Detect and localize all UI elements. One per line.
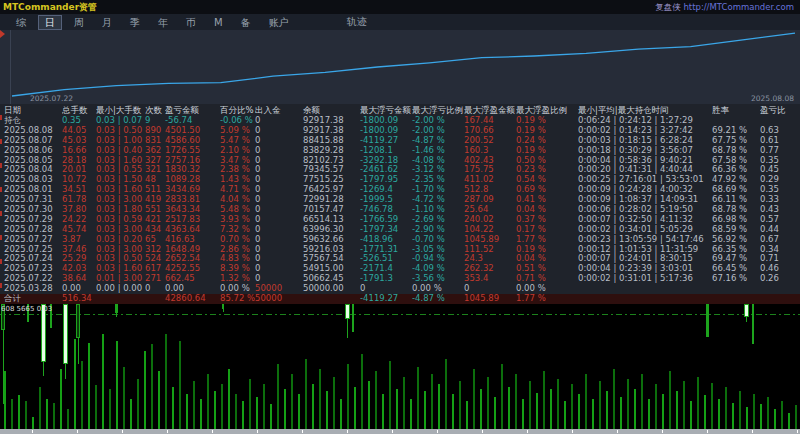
column-header[interactable]: 余额 (303, 104, 360, 116)
brand-url[interactable]: http://MTCommander.com (683, 2, 794, 12)
table-row[interactable]: 2025.08.0310.720.03 | 1.50481089.281.43 … (0, 175, 800, 185)
table-cell: 0:00:09 | 1:08:37 | 14:09:31 (578, 195, 712, 205)
table-row[interactable]: 2025.07.2924.220.03 | 0.594212517.833.93… (0, 215, 800, 225)
brand-link[interactable]: 复盘侠 http://MTCommander.com (655, 2, 794, 14)
table-cell: 85.72 % (220, 294, 255, 304)
table-cell: 0 (255, 165, 303, 175)
tab-备[interactable]: 备 (235, 16, 257, 29)
table-row[interactable]: 2025.08.0844.050.03 | 0.508904501.505.09… (0, 126, 800, 136)
table-row[interactable]: 2025.08.0528.180.03 | 1.603272757.163.47… (0, 156, 800, 166)
distribution-bar (277, 364, 279, 429)
table-cell: 0.35 (62, 116, 96, 126)
table-row[interactable]: 2025.08.0745.030.03 | 1.008314586.605.47… (0, 136, 800, 146)
table-row[interactable]: 2025.07.2238.640.01 | 3.00271662.451.32 … (0, 274, 800, 284)
daily-stats-table[interactable]: 日期总手数最小|大手数次数盈亏金额百分比%出入金余额最大浮亏金额最大浮亏比例最大… (0, 104, 800, 304)
table-row[interactable]: 2025.07.273.870.03 | 0.2065416.630.70 %0… (0, 235, 800, 245)
tab-M[interactable]: M (208, 16, 229, 29)
table-cell: 0.03 | 0.20 (96, 235, 145, 245)
column-header[interactable]: 日期 (4, 104, 62, 116)
distribution-bar (312, 384, 314, 429)
table-row[interactable]: 2025.07.3037.800.03 | 1.805513643.345.48… (0, 205, 800, 215)
trade-distribution-chart[interactable]: 608 5665 0.03 (0, 304, 800, 429)
table-cell: 0.01 | 3.00 (96, 274, 145, 284)
tab-综[interactable]: 综 (10, 16, 32, 29)
distribution-bar (214, 391, 216, 429)
column-header[interactable]: 总手数 (62, 104, 96, 116)
table-cell: 34.51 (62, 185, 96, 195)
table-cell: -56.74 (165, 116, 220, 126)
axis-tick (392, 430, 393, 433)
distribution-bar (452, 394, 454, 429)
table-cell: 0 (464, 284, 516, 294)
table-row[interactable]: 2025.07.2425.290.03 | 0.505242652.544.83… (0, 254, 800, 264)
table-cell: -1800.09 (360, 126, 412, 136)
chart-cursor-marker (0, 30, 5, 38)
table-row[interactable]: 2025.08.0420.010.03 | 0.553211830.322.38… (0, 165, 800, 175)
distribution-bar (172, 387, 174, 429)
table-cell: 0:00:06 | 0:28:02 | 5:19:50 (578, 205, 712, 215)
table-row[interactable]: 持仓0.350.03 | 0.079-56.74-0.06 %092917.38… (0, 116, 800, 126)
column-header[interactable]: 最小|大手数 (96, 104, 145, 116)
table-cell: 28.18 (62, 156, 96, 166)
tab-日[interactable]: 日 (38, 15, 62, 30)
axis-tick (572, 430, 573, 433)
equity-curve-chart[interactable]: 2025.07.22 2025.08.08 (0, 30, 800, 104)
table-cell: 0.03 | 1.80 (96, 205, 145, 215)
table-cell: 0.03 | 3.00 (96, 245, 145, 255)
table-cell: 82102.73 (303, 156, 360, 166)
tab-币[interactable]: 币 (180, 16, 202, 29)
table-total-row[interactable]: 合计516.3442860.6485.72 %50000-4119.27-4.8… (0, 294, 800, 304)
table-row[interactable]: 2025.07.3161.780.03 | 3.004192833.814.04… (0, 195, 800, 205)
table-cell: 10.72 (62, 175, 96, 185)
column-header[interactable]: 最大浮盈比例 (516, 104, 578, 116)
tab-trajectory[interactable]: 轨迹 (341, 15, 373, 29)
table-cell: 0 (360, 284, 412, 294)
tab-年[interactable]: 年 (152, 16, 174, 29)
distribution-bar (46, 399, 48, 429)
table-cell: 419 (145, 195, 165, 205)
distribution-bar (389, 361, 391, 429)
table-cell: 0:00:25 | 27:16:01 | 53:53:01 (578, 175, 712, 185)
table-cell: 160.3 (464, 146, 516, 156)
table-row[interactable]: 2025.08.0134.510.03 | 1.605113434.694.71… (0, 185, 800, 195)
table-cell: 37.80 (62, 205, 96, 215)
column-header[interactable]: 盈亏金额 (165, 104, 220, 116)
table-cell: 0.03 | 3.00 (96, 225, 145, 235)
distribution-bar (53, 403, 55, 429)
table-cell: 0 (255, 185, 303, 195)
table-row[interactable]: 2025.07.2845.740.03 | 3.004344363.647.32… (0, 225, 800, 235)
axis-tick (437, 430, 438, 433)
table-cell: 0.69 % (516, 185, 578, 195)
table-cell: 1.32 % (220, 274, 255, 284)
column-header[interactable]: 最大浮亏金额 (360, 104, 412, 116)
tab-账户[interactable]: 账户 (263, 16, 295, 29)
table-row[interactable]: 2025.07.2537.460.03 | 3.003121648.492.86… (0, 245, 800, 255)
column-header[interactable]: 胜率 (712, 104, 760, 116)
table-cell: -2171.4 (360, 264, 412, 274)
tab-周[interactable]: 周 (68, 16, 90, 29)
table-cell: 5.09 % (220, 126, 255, 136)
column-header[interactable]: 出入金 (255, 104, 303, 116)
column-header[interactable]: 盈亏比 (760, 104, 796, 116)
column-header[interactable]: 次数 (145, 104, 165, 116)
distribution-bar (109, 389, 111, 429)
table-row[interactable]: 2025.07.2342.030.03 | 1.606174252.558.39… (0, 264, 800, 274)
distribution-axis-strip[interactable] (0, 429, 800, 434)
distribution-bar (669, 371, 671, 429)
table-cell: 0.23 % (516, 165, 578, 175)
table-cell: -2461.62 (360, 165, 412, 175)
table-row[interactable]: 2025.08.0616.660.03 | 0.403621726.552.10… (0, 146, 800, 156)
column-header[interactable]: 百分比% (220, 104, 255, 116)
table-row[interactable]: 2025.03.280.000.00 | 0.0000.000.00 %5000… (0, 284, 800, 294)
table-cell: 50000 (255, 284, 303, 294)
tab-季[interactable]: 季 (124, 16, 146, 29)
column-header[interactable]: 最小|平均|最大持仓时间 (578, 104, 712, 116)
distribution-bar (130, 399, 132, 429)
tab-月[interactable]: 月 (96, 16, 118, 29)
table-cell: 0:00:18 | 0:30:29 | 3:56:07 (578, 146, 712, 156)
distribution-bar (795, 405, 797, 429)
column-header[interactable]: 最大浮亏比例 (412, 104, 464, 116)
column-header[interactable]: 最大浮盈金额 (464, 104, 516, 116)
distribution-bar (361, 354, 363, 429)
table-cell: 321 (145, 165, 165, 175)
